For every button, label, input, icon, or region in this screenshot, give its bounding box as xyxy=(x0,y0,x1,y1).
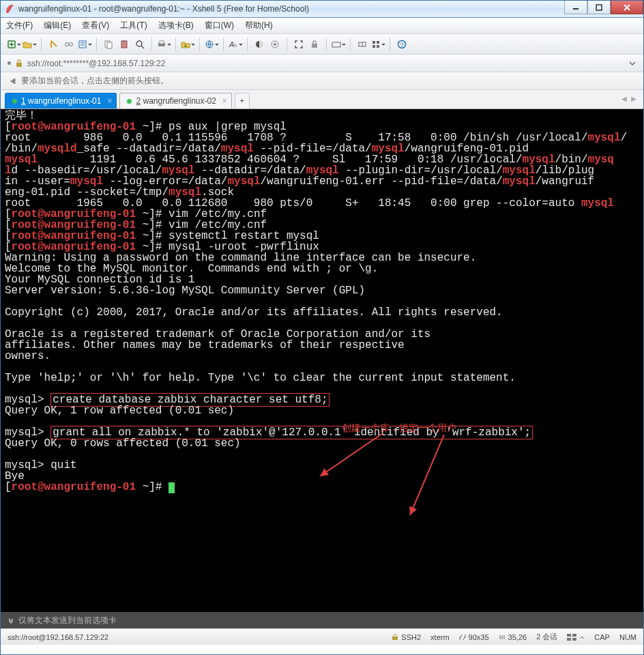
print-button[interactable] xyxy=(156,37,171,52)
svg-rect-9 xyxy=(79,41,86,48)
svg-line-41 xyxy=(410,435,444,515)
hint-text: 要添加当前会话，点击左侧的箭头按钮。 xyxy=(21,75,169,87)
app-icon xyxy=(5,3,16,14)
encoding-button[interactable] xyxy=(204,37,219,52)
paste-button[interactable] xyxy=(117,37,132,52)
hintbar: 要添加当前会话，点击左侧的箭头按钮。 xyxy=(1,72,643,90)
send-strip-text[interactable]: 仅将文本发送到当前选项卡 xyxy=(18,615,117,626)
help-button[interactable]: ? xyxy=(394,37,409,52)
find-button[interactable] xyxy=(132,37,147,52)
svg-rect-13 xyxy=(107,42,112,48)
status-pos: 35,26 xyxy=(499,633,527,641)
size-icon xyxy=(459,634,466,641)
toolbar-separator xyxy=(350,38,351,51)
font-button[interactable]: AA xyxy=(228,37,243,52)
svg-rect-1 xyxy=(596,5,602,10)
highlight-button[interactable] xyxy=(267,37,282,52)
menu-view[interactable]: 查看(V) xyxy=(82,20,109,31)
open-session-button[interactable] xyxy=(22,37,37,52)
connection-dot-icon xyxy=(12,99,17,104)
lock-icon xyxy=(15,59,23,68)
properties-button[interactable] xyxy=(77,37,92,52)
svg-text:?: ? xyxy=(400,41,404,48)
status-layout[interactable] xyxy=(567,634,585,641)
titlebar: wangruifenglinux-01 - root@wangruifeng-0… xyxy=(1,1,643,18)
tabbar: 1 wangruifenglinux-01 × 2 wangrufienglin… xyxy=(1,90,643,109)
svg-rect-19 xyxy=(160,41,164,44)
addressbar-bullet-icon xyxy=(8,61,11,65)
toolbar: AA ? xyxy=(1,34,643,55)
menu-edit[interactable]: 编辑(E) xyxy=(44,20,71,31)
svg-rect-14 xyxy=(121,41,127,48)
tab-session-2[interactable]: 2 wangrufienglinux-02 × xyxy=(119,93,231,108)
tab-next-icon[interactable]: ▶ xyxy=(630,94,638,102)
disconnect-button[interactable] xyxy=(61,37,76,52)
tab-nav: ◀ ▶ xyxy=(620,94,638,102)
svg-point-16 xyxy=(136,41,142,46)
svg-point-25 xyxy=(274,43,276,46)
tab-prev-icon[interactable]: ◀ xyxy=(620,94,628,102)
svg-rect-15 xyxy=(123,40,126,42)
reconnect-button[interactable] xyxy=(46,37,61,52)
tab-close-icon[interactable]: × xyxy=(222,96,227,106)
svg-rect-38 xyxy=(16,63,22,67)
tab-session-1[interactable]: 1 wangruifenglinux-01 × xyxy=(5,93,117,108)
new-session-button[interactable] xyxy=(6,37,21,52)
toolbar-separator xyxy=(41,38,42,51)
menu-tab[interactable]: 选项卡(B) xyxy=(158,20,194,31)
svg-line-17 xyxy=(141,46,144,48)
svg-rect-46 xyxy=(567,634,571,637)
svg-rect-42 xyxy=(392,637,398,640)
lock-icon xyxy=(392,634,398,641)
chevron-down-icon[interactable] xyxy=(628,59,636,68)
cursor-pos-icon xyxy=(499,634,506,641)
layout-button[interactable] xyxy=(370,37,385,52)
toolbar-separator xyxy=(175,38,176,51)
close-button[interactable] xyxy=(611,1,643,14)
tab-add-button[interactable]: + xyxy=(235,93,250,108)
minimize-button[interactable] xyxy=(564,1,587,14)
svg-rect-39 xyxy=(14,78,16,84)
status-num: NUM xyxy=(619,633,636,641)
tab-close-icon[interactable]: × xyxy=(107,96,112,106)
layout-icon xyxy=(567,634,576,641)
maximize-button[interactable] xyxy=(587,1,611,14)
menu-window[interactable]: 窗口(W) xyxy=(205,20,234,31)
fullscreen-button[interactable] xyxy=(291,37,306,52)
menu-help[interactable]: 帮助(H) xyxy=(245,20,273,31)
expand-icon[interactable] xyxy=(6,617,16,624)
keyboard-button[interactable] xyxy=(331,37,346,52)
svg-rect-32 xyxy=(372,41,375,44)
svg-rect-34 xyxy=(372,45,375,48)
terminal[interactable]: 完毕！ [root@wangruifeng-01 ~]# ps aux |gre… xyxy=(1,109,643,612)
svg-rect-35 xyxy=(377,45,379,48)
tunneling-button[interactable] xyxy=(355,37,370,52)
chevron-up-icon xyxy=(579,635,585,640)
annotation-text: 创建一个库，指定一个用户 xyxy=(342,424,456,433)
address-text[interactable]: ssh://root:********@192.168.57.129:22 xyxy=(27,59,165,68)
annotation-arrow-2 xyxy=(403,433,458,522)
status-address: ssh://root@192.168.57.129:22 xyxy=(8,633,108,641)
toolbar-separator xyxy=(223,38,224,51)
menu-tools[interactable]: 工具(T) xyxy=(120,20,147,31)
svg-rect-26 xyxy=(312,44,317,48)
status-term: xterm xyxy=(430,633,450,641)
toolbar-separator xyxy=(96,38,97,51)
transfer-button[interactable] xyxy=(180,37,195,52)
status-ssh: SSH2 xyxy=(392,633,421,641)
copy-button[interactable] xyxy=(101,37,116,52)
svg-rect-49 xyxy=(572,638,576,641)
add-session-icon[interactable] xyxy=(8,76,17,86)
svg-text:A: A xyxy=(233,42,237,48)
svg-point-8 xyxy=(70,42,73,46)
menu-file[interactable]: 文件(F) xyxy=(6,20,33,31)
window-controls xyxy=(564,1,643,17)
svg-line-40 xyxy=(320,433,383,476)
lock-button[interactable] xyxy=(307,37,322,52)
svg-rect-27 xyxy=(332,42,340,47)
color-scheme-button[interactable] xyxy=(252,37,267,52)
svg-rect-47 xyxy=(572,634,576,637)
status-cap: CAP xyxy=(594,633,610,641)
toolbar-separator xyxy=(326,38,327,51)
svg-rect-33 xyxy=(377,41,379,44)
